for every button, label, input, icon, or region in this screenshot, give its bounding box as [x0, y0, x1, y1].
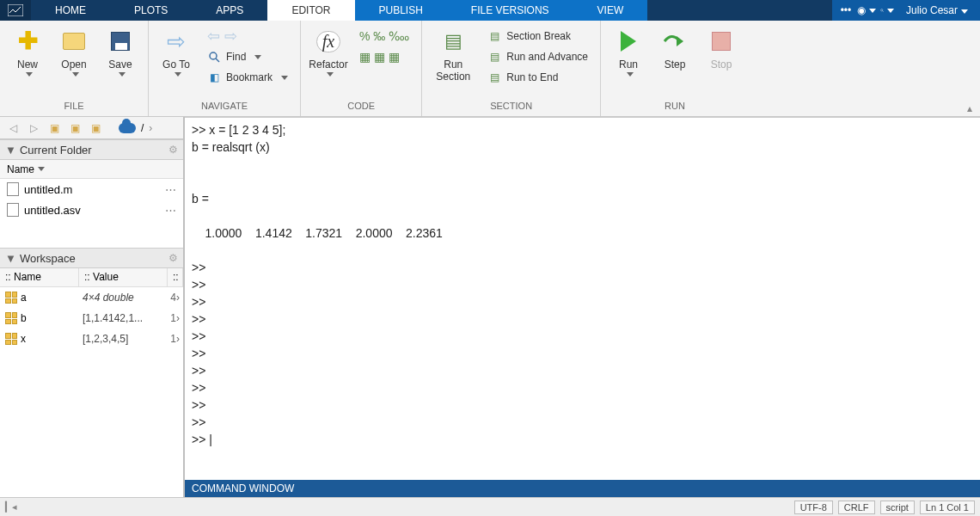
tab-apps[interactable]: APPS	[192, 0, 267, 21]
status-bar: ▎◂ UTF-8 CRLF script Ln 1 Col 1	[0, 497, 980, 516]
play-icon	[621, 31, 636, 52]
svg-rect-0	[8, 4, 23, 16]
top-tabstrip: HOME PLOTS APPS EDITOR PUBLISH FILE VERS…	[0, 0, 980, 21]
group-label: FILE	[9, 101, 139, 114]
save-icon	[111, 32, 130, 51]
user-name[interactable]: Julio Cesar	[901, 4, 973, 16]
section-break-icon: ▤	[487, 29, 501, 43]
col-value[interactable]: :: Value	[79, 268, 168, 286]
svg-point-1	[881, 9, 883, 11]
run-advance-icon: ▤	[487, 50, 501, 64]
nav-up-icon[interactable]: ▣	[46, 120, 62, 136]
panel-gear-icon[interactable]: ⚙	[168, 144, 178, 156]
bookmark-button[interactable]: ◧Bookmark	[204, 69, 291, 86]
tab-view[interactable]: VIEW	[573, 0, 648, 21]
command-output[interactable]: >> x = [1 2 3 4 5]; b = realsqrt (x) b =…	[185, 117, 980, 480]
address-bar: ◁ ▷ ▣ ▣ ▣ / ›	[0, 117, 183, 139]
tab-editor[interactable]: EDITOR	[267, 0, 354, 21]
quick-access: ••• ◉ Julio Cesar	[832, 0, 980, 21]
ribbon-group-run: Run Step Stop RUN	[601, 21, 749, 116]
folder-icon	[63, 33, 85, 50]
section-break-button[interactable]: ▤Section Break	[484, 28, 591, 45]
svg-line-4	[216, 58, 219, 62]
group-label: SECTION	[431, 101, 591, 114]
twisty-icon: ▼	[5, 252, 16, 265]
workspace-var-row[interactable]: b [1,1.4142,1... 1›	[0, 308, 183, 329]
status-position[interactable]: Ln 1 Col 1	[920, 501, 975, 514]
run-end-icon: ▤	[487, 71, 501, 84]
goto-icon: ⇨	[167, 28, 186, 55]
save-button[interactable]: Save	[101, 24, 139, 77]
file-more-icon[interactable]: ⋯	[165, 183, 176, 196]
help-dropdown-icon[interactable]: ◉	[860, 3, 873, 17]
run-button[interactable]: Run	[609, 24, 647, 77]
current-folder-header[interactable]: ▼ Current Folder ⚙	[0, 139, 183, 160]
col-name[interactable]: :: Name	[0, 268, 79, 286]
group-label: RUN	[609, 101, 740, 114]
left-column: ◁ ▷ ▣ ▣ ▣ / › ▼ Current Folder ⚙ Name un…	[0, 117, 185, 497]
status-type[interactable]: script	[880, 501, 915, 514]
group-label: CODE	[309, 101, 413, 114]
ribbon-group-code: fxRefactor % ‰ ‱ ▦ ▦ ▦ CODE	[301, 21, 422, 116]
stop-icon	[712, 32, 731, 51]
var-icon	[5, 312, 17, 324]
column-header-name[interactable]: Name	[0, 160, 183, 179]
app-logo-icon[interactable]	[0, 0, 31, 21]
step-button[interactable]: Step	[656, 24, 694, 71]
find-button[interactable]: Find	[204, 48, 291, 65]
file-row[interactable]: untitled.m ⋯	[0, 179, 183, 200]
refactor-button[interactable]: fxRefactor	[309, 24, 347, 77]
var-icon	[5, 333, 17, 345]
scroll-start-icon[interactable]: ▎◂	[5, 501, 17, 513]
file-row[interactable]: untitled.asv ⋯	[0, 200, 183, 220]
ribbon: ✚New Open Save FILE ⇨Go To ⇦ ⇨ Find ◧Boo…	[0, 21, 980, 117]
status-eol[interactable]: CRLF	[838, 501, 875, 514]
command-window-title: COMMAND WINDOW	[185, 480, 980, 497]
tab-publish[interactable]: PUBLISH	[355, 0, 447, 21]
group-label: NAVIGATE	[157, 101, 291, 114]
svg-point-3	[210, 52, 217, 59]
run-section-button[interactable]: ▤Run Section	[431, 24, 475, 83]
find-icon	[207, 50, 221, 64]
file-more-icon[interactable]: ⋯	[165, 204, 176, 217]
svg-line-2	[883, 11, 884, 12]
path-text: /	[141, 122, 144, 134]
current-folder-body: untitled.m ⋯ untitled.asv ⋯	[0, 179, 183, 248]
file-icon	[7, 182, 19, 196]
more-icon[interactable]: •••	[839, 3, 853, 17]
workspace-header[interactable]: ▼ Workspace ⚙	[0, 248, 183, 268]
nav-folder-icon[interactable]: ▣	[67, 120, 83, 136]
status-encoding[interactable]: UTF-8	[794, 501, 833, 514]
var-icon	[5, 292, 17, 304]
file-icon	[7, 203, 19, 217]
nav-arrows[interactable]: ⇦ ⇨	[204, 28, 291, 45]
svg-marker-5	[677, 36, 683, 46]
nav-browse-icon[interactable]: ▣	[88, 120, 103, 136]
ribbon-group-section: ▤Run Section ▤Section Break ▤Run and Adv…	[422, 21, 601, 116]
tab-home[interactable]: HOME	[31, 0, 110, 21]
twisty-icon: ▼	[5, 144, 16, 157]
editor-column: >> x = [1 2 3 4 5]; b = realsqrt (x) b =…	[185, 117, 980, 497]
cloud-icon[interactable]	[119, 123, 136, 133]
tab-plots[interactable]: PLOTS	[110, 0, 192, 21]
ribbon-collapse-icon[interactable]: ▴	[963, 102, 977, 114]
search-icon[interactable]	[880, 3, 894, 17]
workspace-var-row[interactable]: x [1,2,3,4,5] 1›	[0, 329, 183, 349]
workspace-var-row[interactable]: a 4×4 double 4›	[0, 287, 183, 308]
tab-file-versions[interactable]: FILE VERSIONS	[447, 0, 573, 21]
stop-button[interactable]: Stop	[702, 24, 740, 71]
nav-fwd-icon[interactable]: ▷	[26, 120, 41, 136]
run-advance-button[interactable]: ▤Run and Advance	[484, 48, 591, 65]
col-more[interactable]: ::	[168, 268, 183, 286]
run-to-end-button[interactable]: ▤Run to End	[484, 69, 591, 86]
code-tools-row2[interactable]: ▦ ▦ ▦	[356, 48, 413, 65]
ribbon-group-file: ✚New Open Save FILE	[0, 21, 149, 116]
goto-button[interactable]: ⇨Go To	[157, 24, 195, 77]
open-button[interactable]: Open	[55, 24, 93, 77]
code-tools-row1[interactable]: % ‰ ‱	[356, 28, 413, 45]
nav-back-icon[interactable]: ◁	[5, 120, 21, 136]
new-button[interactable]: ✚New	[9, 24, 46, 77]
workspace-columns: :: Name :: Value ::	[0, 268, 183, 287]
path-chevron-icon[interactable]: ›	[149, 122, 152, 134]
panel-gear-icon[interactable]: ⚙	[168, 252, 178, 264]
